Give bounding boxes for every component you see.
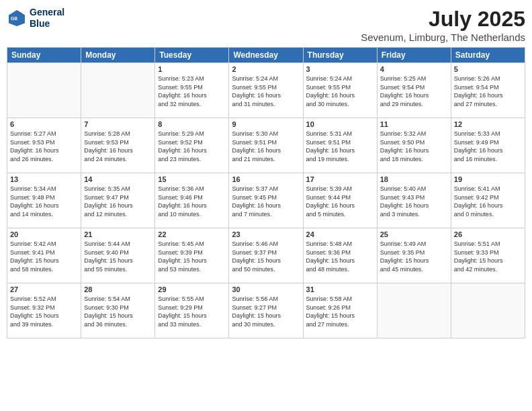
day-info: Sunrise: 5:24 AM Sunset: 9:55 PM Dayligh… — [306, 75, 374, 108]
calendar-header-row: SundayMondayTuesdayWednesdayThursdayFrid… — [7, 48, 525, 63]
day-number: 28 — [84, 285, 152, 293]
day-number: 13 — [10, 175, 78, 183]
calendar-day-cell: 9Sunrise: 5:30 AM Sunset: 9:51 PM Daylig… — [229, 118, 303, 173]
calendar-day-cell: 20Sunrise: 5:42 AM Sunset: 9:41 PM Dayli… — [7, 228, 81, 283]
calendar-day-cell: 14Sunrise: 5:35 AM Sunset: 9:47 PM Dayli… — [81, 173, 155, 228]
day-info: Sunrise: 5:31 AM Sunset: 9:51 PM Dayligh… — [306, 130, 374, 163]
calendar-day-cell: 1Sunrise: 5:23 AM Sunset: 9:55 PM Daylig… — [155, 63, 229, 118]
calendar-day-cell: 16Sunrise: 5:37 AM Sunset: 9:45 PM Dayli… — [229, 173, 303, 228]
day-info: Sunrise: 5:35 AM Sunset: 9:47 PM Dayligh… — [84, 185, 152, 218]
calendar-week-row: 1Sunrise: 5:23 AM Sunset: 9:55 PM Daylig… — [7, 63, 525, 118]
day-number: 23 — [232, 230, 300, 238]
day-number: 8 — [158, 120, 226, 128]
logo: GB General Blue — [7, 7, 64, 30]
day-number: 4 — [380, 65, 448, 73]
day-info: Sunrise: 5:42 AM Sunset: 9:41 PM Dayligh… — [10, 240, 78, 273]
day-info: Sunrise: 5:37 AM Sunset: 9:45 PM Dayligh… — [232, 185, 300, 218]
day-info: Sunrise: 5:49 AM Sunset: 9:35 PM Dayligh… — [380, 240, 448, 273]
day-number: 16 — [232, 175, 300, 183]
day-number: 18 — [380, 175, 448, 183]
calendar-day-cell: 19Sunrise: 5:41 AM Sunset: 9:42 PM Dayli… — [451, 173, 525, 228]
day-number: 14 — [84, 175, 152, 183]
logo-icon: GB — [7, 8, 27, 28]
day-info: Sunrise: 5:56 AM Sunset: 9:27 PM Dayligh… — [232, 295, 300, 328]
calendar-day-cell: 8Sunrise: 5:29 AM Sunset: 9:52 PM Daylig… — [155, 118, 229, 173]
day-number: 29 — [158, 285, 226, 293]
calendar-day-cell: 3Sunrise: 5:24 AM Sunset: 9:55 PM Daylig… — [303, 63, 377, 118]
day-number: 31 — [306, 285, 374, 293]
svg-text:GB: GB — [11, 16, 17, 21]
day-info: Sunrise: 5:36 AM Sunset: 9:46 PM Dayligh… — [158, 185, 226, 218]
day-info: Sunrise: 5:27 AM Sunset: 9:53 PM Dayligh… — [10, 130, 78, 163]
calendar-day-cell: 23Sunrise: 5:46 AM Sunset: 9:37 PM Dayli… — [229, 228, 303, 283]
day-info: Sunrise: 5:30 AM Sunset: 9:51 PM Dayligh… — [232, 130, 300, 163]
day-info: Sunrise: 5:48 AM Sunset: 9:36 PM Dayligh… — [306, 240, 374, 273]
calendar-week-row: 13Sunrise: 5:34 AM Sunset: 9:48 PM Dayli… — [7, 173, 525, 228]
calendar-day-cell: 15Sunrise: 5:36 AM Sunset: 9:46 PM Dayli… — [155, 173, 229, 228]
calendar-day-cell: 18Sunrise: 5:40 AM Sunset: 9:43 PM Dayli… — [377, 173, 451, 228]
calendar-day-cell: 22Sunrise: 5:45 AM Sunset: 9:39 PM Dayli… — [155, 228, 229, 283]
day-info: Sunrise: 5:32 AM Sunset: 9:50 PM Dayligh… — [380, 130, 448, 163]
day-info: Sunrise: 5:58 AM Sunset: 9:26 PM Dayligh… — [306, 295, 374, 328]
day-info: Sunrise: 5:44 AM Sunset: 9:40 PM Dayligh… — [84, 240, 152, 273]
calendar-day-cell: 4Sunrise: 5:25 AM Sunset: 9:54 PM Daylig… — [377, 63, 451, 118]
calendar-day-cell: 28Sunrise: 5:54 AM Sunset: 9:30 PM Dayli… — [81, 283, 155, 338]
weekday-header: Thursday — [303, 48, 377, 63]
day-number: 19 — [454, 175, 522, 183]
calendar-week-row: 27Sunrise: 5:52 AM Sunset: 9:32 PM Dayli… — [7, 283, 525, 338]
calendar-day-cell: 31Sunrise: 5:58 AM Sunset: 9:26 PM Dayli… — [303, 283, 377, 338]
calendar-week-row: 20Sunrise: 5:42 AM Sunset: 9:41 PM Dayli… — [7, 228, 525, 283]
day-number: 12 — [454, 120, 522, 128]
calendar-day-cell: 26Sunrise: 5:51 AM Sunset: 9:33 PM Dayli… — [451, 228, 525, 283]
day-number: 27 — [10, 285, 78, 293]
day-number: 10 — [306, 120, 374, 128]
title-block: July 2025 Sevenum, Limburg, The Netherla… — [361, 7, 525, 43]
weekday-header: Wednesday — [229, 48, 303, 63]
weekday-header: Monday — [81, 48, 155, 63]
calendar-table: SundayMondayTuesdayWednesdayThursdayFrid… — [7, 47, 525, 338]
weekday-header: Tuesday — [155, 48, 229, 63]
day-info: Sunrise: 5:28 AM Sunset: 9:53 PM Dayligh… — [84, 130, 152, 163]
header: GB General Blue July 2025 Sevenum, Limbu… — [7, 7, 525, 43]
day-info: Sunrise: 5:25 AM Sunset: 9:54 PM Dayligh… — [380, 75, 448, 108]
day-number: 1 — [158, 65, 226, 73]
calendar-day-cell: 7Sunrise: 5:28 AM Sunset: 9:53 PM Daylig… — [81, 118, 155, 173]
calendar-day-cell — [451, 283, 525, 338]
day-number: 21 — [84, 230, 152, 238]
day-number: 11 — [380, 120, 448, 128]
day-number: 9 — [232, 120, 300, 128]
day-info: Sunrise: 5:26 AM Sunset: 9:54 PM Dayligh… — [454, 75, 522, 108]
day-number: 15 — [158, 175, 226, 183]
weekday-header: Saturday — [451, 48, 525, 63]
day-number: 30 — [232, 285, 300, 293]
day-info: Sunrise: 5:29 AM Sunset: 9:52 PM Dayligh… — [158, 130, 226, 163]
location-title: Sevenum, Limburg, The Netherlands — [361, 32, 525, 43]
day-info: Sunrise: 5:52 AM Sunset: 9:32 PM Dayligh… — [10, 295, 78, 328]
logo-text: General Blue — [30, 7, 64, 30]
calendar-day-cell: 13Sunrise: 5:34 AM Sunset: 9:48 PM Dayli… — [7, 173, 81, 228]
day-info: Sunrise: 5:54 AM Sunset: 9:30 PM Dayligh… — [84, 295, 152, 328]
day-number: 6 — [10, 120, 78, 128]
day-info: Sunrise: 5:55 AM Sunset: 9:29 PM Dayligh… — [158, 295, 226, 328]
day-info: Sunrise: 5:39 AM Sunset: 9:44 PM Dayligh… — [306, 185, 374, 218]
day-info: Sunrise: 5:24 AM Sunset: 9:55 PM Dayligh… — [232, 75, 300, 108]
day-info: Sunrise: 5:33 AM Sunset: 9:49 PM Dayligh… — [454, 130, 522, 163]
month-title: July 2025 — [361, 7, 525, 32]
calendar-day-cell: 27Sunrise: 5:52 AM Sunset: 9:32 PM Dayli… — [7, 283, 81, 338]
day-number: 7 — [84, 120, 152, 128]
calendar-day-cell — [377, 283, 451, 338]
calendar-day-cell: 11Sunrise: 5:32 AM Sunset: 9:50 PM Dayli… — [377, 118, 451, 173]
calendar-day-cell: 12Sunrise: 5:33 AM Sunset: 9:49 PM Dayli… — [451, 118, 525, 173]
day-info: Sunrise: 5:23 AM Sunset: 9:55 PM Dayligh… — [158, 75, 226, 108]
day-number: 22 — [158, 230, 226, 238]
calendar-week-row: 6Sunrise: 5:27 AM Sunset: 9:53 PM Daylig… — [7, 118, 525, 173]
calendar-day-cell: 25Sunrise: 5:49 AM Sunset: 9:35 PM Dayli… — [377, 228, 451, 283]
calendar-day-cell — [81, 63, 155, 118]
day-info: Sunrise: 5:41 AM Sunset: 9:42 PM Dayligh… — [454, 185, 522, 218]
page: GB General Blue July 2025 Sevenum, Limbu… — [0, 0, 532, 411]
calendar-day-cell: 10Sunrise: 5:31 AM Sunset: 9:51 PM Dayli… — [303, 118, 377, 173]
calendar-day-cell: 6Sunrise: 5:27 AM Sunset: 9:53 PM Daylig… — [7, 118, 81, 173]
day-number: 2 — [232, 65, 300, 73]
day-info: Sunrise: 5:45 AM Sunset: 9:39 PM Dayligh… — [158, 240, 226, 273]
day-info: Sunrise: 5:51 AM Sunset: 9:33 PM Dayligh… — [454, 240, 522, 273]
